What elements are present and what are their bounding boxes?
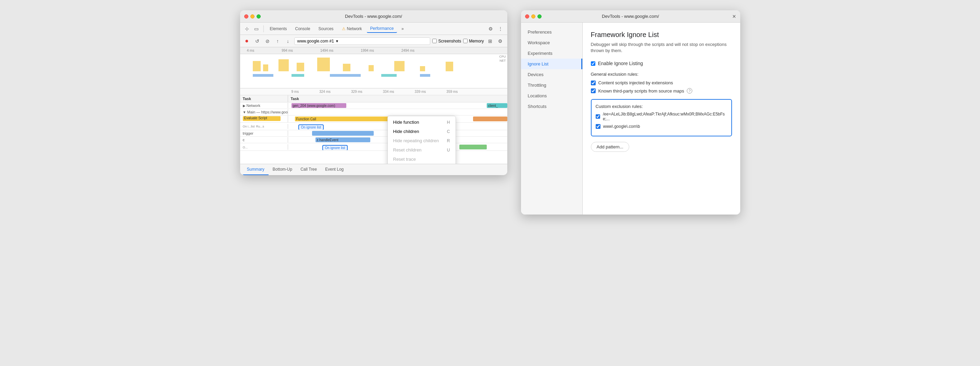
- context-menu-reset-trace: Reset trace: [388, 154, 456, 164]
- more-tabs-icon[interactable]: »: [398, 25, 407, 33]
- screenshots-label: Screenshots: [438, 39, 461, 43]
- enable-ignore-listing-checkbox[interactable]: [591, 61, 595, 66]
- context-menu-label-reset-children: Reset children: [393, 147, 422, 153]
- close-button-2[interactable]: [525, 14, 529, 19]
- flame-col-task: Task: [240, 95, 288, 102]
- custom-rules-title: Custom exclusion rules:: [596, 104, 727, 109]
- on-ignore-list-badge-1[interactable]: On ignore list: [298, 124, 324, 129]
- timeline-ruler: 4 ms 994 ms 1494 ms 1994 ms 2494 ms: [240, 47, 507, 54]
- ms-mark-0: 9 ms: [291, 90, 299, 94]
- tab-bottom-up[interactable]: Bottom-Up: [269, 164, 296, 175]
- sidebar-item-devices[interactable]: Devices: [521, 69, 582, 80]
- flame-header: Task Task: [240, 95, 507, 102]
- custom-rule-2-row: www\.google\.com\b: [596, 124, 727, 129]
- ms-ruler: 9 ms 324 ms 329 ms 334 ms 339 ms 359 ms: [240, 88, 507, 95]
- task-bar-orange[interactable]: [473, 116, 507, 121]
- ruler-mark-4: 2494 ms: [401, 49, 414, 53]
- row-label-a: O...: [240, 144, 288, 150]
- enable-ignore-listing-row: Enable Ignore Listing: [591, 60, 732, 66]
- window-title-1: DevTools - www.google.com/: [345, 14, 402, 19]
- tab-summary[interactable]: Summary: [243, 164, 269, 175]
- settings-content: Framework Ignore List Debugger will skip…: [583, 22, 740, 215]
- url-dropdown-icon[interactable]: ▾: [336, 39, 338, 43]
- tab-performance[interactable]: Performance: [367, 25, 397, 33]
- custom-rule-2-checkbox[interactable]: [596, 124, 600, 129]
- custom-rule-1-checkbox[interactable]: [596, 114, 600, 119]
- minimize-button-1[interactable]: [250, 14, 255, 19]
- tab-elements[interactable]: Elements: [266, 25, 291, 33]
- maximize-button-1[interactable]: [256, 14, 261, 19]
- url-input[interactable]: www.google.com #1 ▾: [294, 37, 431, 45]
- table-row: ▼ Main — https://www.google.com/: [240, 109, 507, 116]
- settings-description: Debugger will skip through the scripts a…: [591, 41, 732, 54]
- sidebar-item-ignore-list[interactable]: Ignore List: [521, 59, 582, 69]
- context-menu-label-hide-repeating: Hide repeating children: [393, 138, 439, 143]
- sidebar-item-throttling[interactable]: Throttling: [521, 80, 582, 91]
- on-ignore-list-badge-2[interactable]: On ignore list: [322, 145, 348, 150]
- net-label: NET: [500, 59, 506, 62]
- sidebar-item-locations[interactable]: Locations: [521, 91, 582, 101]
- upload-icon[interactable]: ↑: [274, 37, 282, 45]
- context-menu-hide-repeating: Hide repeating children R: [388, 136, 456, 145]
- timeline-area: 4 ms 994 ms 1494 ms 1994 ms 2494 ms: [240, 47, 507, 88]
- task-bar-trigger[interactable]: [312, 131, 374, 136]
- inspect-icon[interactable]: ⊹: [243, 25, 251, 33]
- flame-col-task2: Task: [288, 95, 507, 102]
- help-icon[interactable]: ?: [687, 88, 692, 94]
- context-menu-label-reset-trace: Reset trace: [393, 157, 416, 162]
- clear-icon[interactable]: ⊘: [263, 37, 272, 45]
- tab-call-tree[interactable]: Call Tree: [296, 164, 321, 175]
- memory-checkbox[interactable]: [463, 39, 468, 43]
- url-bar-row: ● ↺ ⊘ ↑ ↓ www.google.com #1 ▾ Screenshot…: [240, 35, 507, 47]
- maximize-button-2[interactable]: [538, 14, 542, 19]
- sidebar-item-experiments[interactable]: Experiments: [521, 48, 582, 59]
- general-rule-1-checkbox[interactable]: [591, 81, 596, 85]
- screenshots-checkbox[interactable]: [432, 39, 437, 43]
- table-row: ▶ Network gen_204 (www.google.com) clien…: [240, 102, 507, 109]
- custom-rule-2-label: www\.google\.com\b: [603, 124, 640, 129]
- settings-gear-icon[interactable]: ⚙: [487, 25, 495, 33]
- tab-sources[interactable]: Sources: [315, 25, 337, 33]
- context-menu-hide-function[interactable]: Hide function H: [388, 118, 456, 127]
- reload-icon[interactable]: ↺: [253, 37, 261, 45]
- context-menu-shortcut-hide-children: C: [447, 129, 450, 134]
- custom-rule-1-row: /ee=ALeLJib:B8gLwd;AfeaP:TkrAjf;Afksuc:w…: [596, 112, 727, 121]
- row-label-ignore1: On i...list Ru...s: [240, 124, 288, 129]
- task-bar-function-call[interactable]: Function Call: [295, 116, 398, 121]
- flame-area: 9 ms 324 ms 329 ms 334 ms 339 ms 359 ms …: [240, 88, 507, 164]
- row-label-evaluate: Evaluate Script: [240, 116, 288, 123]
- task-bar-client[interactable]: client_: [487, 103, 507, 108]
- general-rule-1-label: Content scripts injected by extensions: [598, 80, 673, 85]
- custom-rules-box: Custom exclusion rules: /ee=ALeLJib:B8gL…: [591, 99, 732, 136]
- cpu-label: CPU: [499, 55, 506, 58]
- task-bar-gen204[interactable]: gen_204 (www.google.com): [291, 103, 346, 108]
- separator-1: [263, 25, 264, 32]
- close-button-1[interactable]: [244, 14, 248, 19]
- device-icon[interactable]: ▭: [253, 25, 261, 33]
- general-rule-2-checkbox[interactable]: [591, 88, 596, 93]
- sidebar-item-workspace[interactable]: Workspace: [521, 37, 582, 48]
- settings-close-button[interactable]: ×: [732, 13, 736, 20]
- tab-console[interactable]: Console: [292, 25, 314, 33]
- task-bar-c[interactable]: z.handleEvent: [315, 137, 370, 142]
- task-bar-green[interactable]: [459, 145, 487, 150]
- perf-settings-icon[interactable]: ⚙: [496, 37, 504, 45]
- traffic-lights-1: [244, 14, 261, 19]
- url-text: www.google.com #1: [298, 39, 334, 43]
- tab-network[interactable]: ⚠ Network: [339, 25, 366, 33]
- cpu-throttle-icon[interactable]: ⊞: [486, 37, 494, 45]
- screenshots-checkbox-label[interactable]: Screenshots: [432, 39, 461, 43]
- record-icon[interactable]: ●: [243, 37, 251, 45]
- context-menu-shortcut-reset-children: U: [447, 148, 450, 153]
- tab-event-log[interactable]: Event Log: [321, 164, 348, 175]
- memory-checkbox-label[interactable]: Memory: [463, 39, 484, 43]
- minimize-button-2[interactable]: [531, 14, 535, 19]
- sidebar-item-preferences[interactable]: Preferences: [521, 27, 582, 37]
- download-icon[interactable]: ↓: [284, 37, 292, 45]
- context-menu: Hide function H Hide children C Hide rep…: [387, 116, 456, 164]
- more-options-icon[interactable]: ⋮: [496, 25, 504, 33]
- add-pattern-button[interactable]: Add pattern...: [591, 142, 629, 152]
- context-menu-label-hide-children: Hide children: [393, 129, 419, 134]
- sidebar-item-shortcuts[interactable]: Shortcuts: [521, 101, 582, 112]
- context-menu-hide-children[interactable]: Hide children C: [388, 127, 456, 136]
